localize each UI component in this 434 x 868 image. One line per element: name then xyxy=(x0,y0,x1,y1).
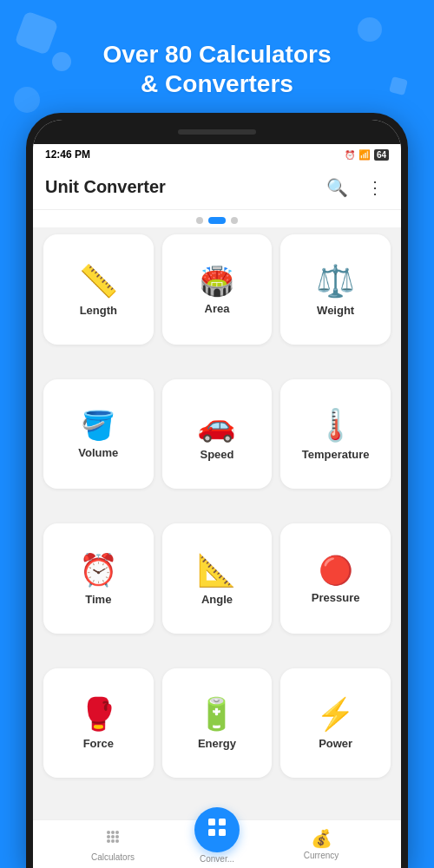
angle-icon: 📐 xyxy=(197,555,236,586)
svg-point-2 xyxy=(115,831,119,834)
converter-card-length[interactable]: 📏 Length xyxy=(43,234,154,345)
dot-2-active xyxy=(208,217,226,224)
volume-icon: 🪣 xyxy=(81,411,115,439)
page-indicator xyxy=(33,210,401,227)
search-button[interactable]: 🔍 xyxy=(323,174,351,201)
currency-nav-label: Currency xyxy=(304,851,339,860)
svg-point-5 xyxy=(115,835,119,838)
svg-rect-9 xyxy=(208,819,215,825)
fab-label: Conver... xyxy=(200,854,234,864)
bottom-nav: Calculators Conver... 💰 xyxy=(33,819,401,868)
calculators-icon xyxy=(103,827,122,851)
converter-card-speed[interactable]: 🚗 Speed xyxy=(162,379,273,490)
svg-point-8 xyxy=(115,839,119,843)
time-icon: ⏰ xyxy=(79,555,118,586)
svg-rect-10 xyxy=(219,819,226,825)
pressure-label: Pressure xyxy=(312,591,360,604)
alarm-icon: ⏰ xyxy=(345,150,355,160)
area-label: Area xyxy=(205,302,230,315)
pressure-icon: 🔴 xyxy=(319,556,353,584)
svg-rect-11 xyxy=(208,829,215,836)
header-title: Over 80 Calculators & Converters xyxy=(102,40,331,98)
converter-card-volume[interactable]: 🪣 Volume xyxy=(43,379,154,490)
svg-rect-12 xyxy=(219,829,226,836)
force-label: Force xyxy=(83,737,114,750)
time-label: Time xyxy=(85,593,111,606)
converter-card-power[interactable]: ⚡ Power xyxy=(280,668,391,779)
converter-card-time[interactable]: ⏰ Time xyxy=(43,523,154,634)
temperature-label: Temperature xyxy=(302,448,370,461)
converter-card-temperature[interactable]: 🌡️ Temperature xyxy=(280,379,391,490)
svg-point-6 xyxy=(107,839,110,843)
volume-label: Volume xyxy=(78,446,118,459)
app-bar-icons: 🔍 ⋮ xyxy=(323,174,389,201)
dot-3 xyxy=(231,217,238,224)
svg-point-1 xyxy=(111,831,115,834)
signal-icon: 📶 xyxy=(358,149,371,161)
app-bar: Unit Converter 🔍 ⋮ xyxy=(33,165,401,210)
header-title-line1: Over 80 Calculators xyxy=(102,41,331,68)
temperature-icon: 🌡️ xyxy=(316,410,355,441)
area-icon: 🏟️ xyxy=(200,267,234,295)
svg-point-3 xyxy=(107,835,110,838)
svg-point-0 xyxy=(107,831,110,834)
force-icon: 🥊 xyxy=(79,699,118,730)
power-label: Power xyxy=(319,737,352,750)
nav-item-currency[interactable]: 💰 Currency xyxy=(241,823,401,865)
energy-label: Energy xyxy=(198,737,236,750)
speed-icon: 🚗 xyxy=(197,410,236,441)
status-time: 12:46 PM xyxy=(45,148,90,161)
fab-button[interactable] xyxy=(194,807,240,852)
speed-label: Speed xyxy=(200,448,233,461)
weight-icon: ⚖️ xyxy=(316,266,355,297)
currency-icon: 💰 xyxy=(311,828,332,849)
converter-card-force[interactable]: 🥊 Force xyxy=(43,668,154,779)
energy-icon: 🔋 xyxy=(197,699,236,730)
converter-card-pressure[interactable]: 🔴 Pressure xyxy=(280,523,391,634)
header-area: Over 80 Calculators & Converters xyxy=(0,0,434,139)
weight-label: Weight xyxy=(317,304,354,317)
angle-label: Angle xyxy=(201,593,233,606)
app-bar-title: Unit Converter xyxy=(45,177,323,197)
nav-fab-converter[interactable]: Conver... xyxy=(193,807,241,864)
battery-icon: 64 xyxy=(374,149,389,161)
more-options-button[interactable]: ⋮ xyxy=(361,174,389,201)
power-icon: ⚡ xyxy=(316,699,355,730)
calculators-nav-label: Calculators xyxy=(91,852,135,862)
svg-point-7 xyxy=(111,839,115,843)
converter-grid: 📏 Length 🏟️ Area ⚖️ Weight 🪣 Volume 🚗 Sp… xyxy=(33,227,401,811)
dot-1 xyxy=(196,217,203,224)
fab-icon xyxy=(206,816,228,844)
length-icon: 📏 xyxy=(79,266,118,297)
nav-item-calculators[interactable]: Calculators xyxy=(33,822,193,867)
status-bar: 12:46 PM ⏰ 📶 64 xyxy=(33,144,401,165)
converter-card-area[interactable]: 🏟️ Area xyxy=(162,234,273,345)
converter-card-energy[interactable]: 🔋 Energy xyxy=(162,668,273,779)
phone-inner: 12:46 PM ⏰ 📶 64 Unit Converter 🔍 ⋮ 📏 xyxy=(33,120,401,868)
phone-frame: 12:46 PM ⏰ 📶 64 Unit Converter 🔍 ⋮ 📏 xyxy=(26,113,408,868)
svg-point-4 xyxy=(111,835,115,838)
length-label: Length xyxy=(80,304,117,317)
status-icons: ⏰ 📶 64 xyxy=(345,149,389,161)
converter-card-weight[interactable]: ⚖️ Weight xyxy=(280,234,391,345)
converter-card-angle[interactable]: 📐 Angle xyxy=(162,523,273,634)
header-title-line2: & Converters xyxy=(141,70,293,97)
